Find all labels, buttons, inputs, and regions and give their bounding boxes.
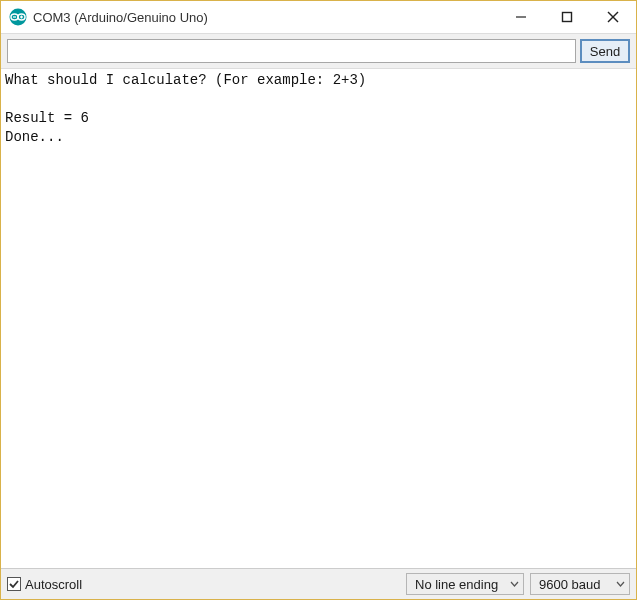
minimize-button[interactable] [498, 1, 544, 33]
line-ending-value: No line ending [415, 577, 498, 592]
close-button[interactable] [590, 1, 636, 33]
baud-rate-value: 9600 baud [539, 577, 600, 592]
serial-input[interactable] [7, 39, 576, 63]
serial-output[interactable]: What should I calculate? (For example: 2… [1, 68, 636, 568]
maximize-icon [561, 11, 573, 23]
window-titlebar: COM3 (Arduino/Genuino Uno) [1, 1, 636, 33]
minimize-icon [515, 11, 527, 23]
baud-rate-select[interactable]: 9600 baud [530, 573, 630, 595]
send-button[interactable]: Send [580, 39, 630, 63]
maximize-button[interactable] [544, 1, 590, 33]
chevron-down-icon [509, 579, 519, 589]
autoscroll-checkbox[interactable]: Autoscroll [7, 577, 400, 592]
window-controls [498, 1, 636, 33]
window-title: COM3 (Arduino/Genuino Uno) [33, 10, 498, 25]
chevron-down-icon [615, 579, 625, 589]
serial-footer: Autoscroll No line ending 9600 baud [1, 568, 636, 599]
autoscroll-label: Autoscroll [25, 577, 82, 592]
line-ending-select[interactable]: No line ending [406, 573, 524, 595]
close-icon [607, 11, 619, 23]
svg-rect-7 [563, 13, 572, 22]
checkbox-icon [7, 577, 21, 591]
arduino-icon [9, 8, 27, 26]
serial-input-row: Send [1, 33, 636, 68]
